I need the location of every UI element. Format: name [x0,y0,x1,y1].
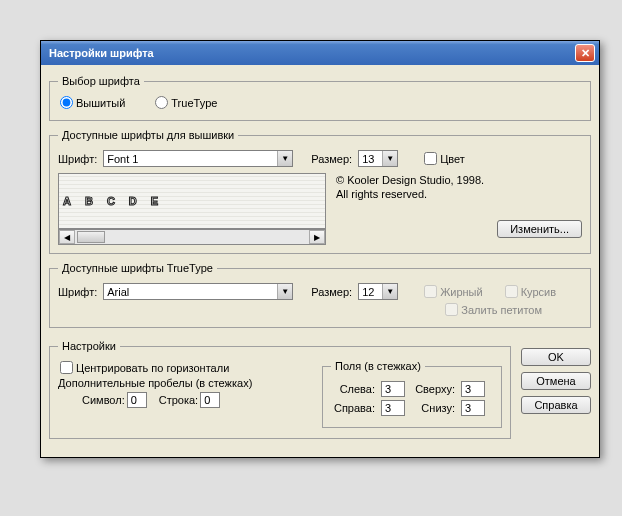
tt-size-label: Размер: [311,286,352,298]
font-label: Шрифт: [58,153,97,165]
margin-right-input[interactable]: 3 [381,400,405,416]
margin-top-label: Сверху: [411,383,455,395]
change-button[interactable]: Изменить... [497,220,582,238]
scroll-left-icon[interactable]: ◀ [59,230,75,244]
ok-button[interactable]: OK [521,348,591,366]
margin-bottom-label: Снизу: [411,402,455,414]
scroll-right-icon[interactable]: ▶ [309,230,325,244]
radio-stitched[interactable]: Вышитый [58,96,125,109]
tt-font-value: Arial [104,285,277,299]
help-button[interactable]: Справка [521,396,591,414]
center-h-checkbox[interactable]: Центрировать по горизонтали [58,361,229,374]
cancel-button[interactable]: Отмена [521,372,591,390]
margins-legend: Поля (в стежках) [331,360,425,372]
preview-glyph: D [129,195,143,207]
line-input[interactable]: 0 [200,392,220,408]
font-settings-dialog: Настройки шрифта ✕ Выбор шрифта Вышитый … [40,40,600,458]
symbol-input[interactable]: 0 [127,392,147,408]
font-preview: A B C D E ◀ ▶ [58,173,326,245]
radio-stitched-input[interactable] [60,96,73,109]
preview-glyph: B [85,195,99,207]
preview-glyph: C [107,195,121,207]
truetype-fonts-legend: Доступные шрифты TrueType [58,262,217,274]
margin-left-label: Слева: [331,383,375,395]
color-checkbox[interactable]: Цвет [422,152,465,165]
font-choice-legend: Выбор шрифта [58,75,144,87]
dialog-buttons: OK Отмена Справка [521,348,591,447]
stitch-fonts-group: Доступные шрифты для вышивки Шрифт: Font… [49,129,591,254]
chevron-down-icon[interactable]: ▼ [382,151,397,166]
tt-size-dropdown[interactable]: 12 ▼ [358,283,398,300]
titlebar[interactable]: Настройки шрифта ✕ [41,41,599,65]
size-dropdown[interactable]: 13 ▼ [358,150,398,167]
scroll-thumb[interactable] [77,231,105,243]
chevron-down-icon[interactable]: ▼ [382,284,397,299]
tt-font-label: Шрифт: [58,286,97,298]
truetype-fonts-group: Доступные шрифты TrueType Шрифт: Arial ▼… [49,262,591,328]
margins-group: Поля (в стежках) Слева: 3 Сверху: 3 Спра… [322,360,502,428]
margin-bottom-input[interactable]: 3 [461,400,485,416]
close-icon: ✕ [581,47,590,60]
color-checkbox-input[interactable] [424,152,437,165]
center-h-input[interactable] [60,361,73,374]
italic-checkbox-input [505,285,518,298]
copyright-line1: © Kooler Design Studio, 1998. [336,173,582,187]
margin-top-input[interactable]: 3 [461,381,485,397]
petit-checkbox: Залить петитом [443,303,542,316]
tt-font-dropdown[interactable]: Arial ▼ [103,283,293,300]
radio-truetype-input[interactable] [155,96,168,109]
tt-size-value: 12 [359,285,382,299]
window-title: Настройки шрифта [49,47,154,59]
line-label: Строка: [159,394,198,406]
chevron-down-icon[interactable]: ▼ [277,284,292,299]
close-button[interactable]: ✕ [575,44,595,62]
font-dropdown[interactable]: Font 1 ▼ [103,150,293,167]
copyright-line2: All rights reserved. [336,187,582,201]
bold-checkbox-input [424,285,437,298]
bold-checkbox: Жирный [422,285,483,298]
settings-legend: Настройки [58,340,120,352]
size-dropdown-value: 13 [359,152,382,166]
preview-glyph: E [151,195,164,207]
italic-checkbox: Курсив [503,285,556,298]
preview-scrollbar[interactable]: ◀ ▶ [58,229,326,245]
margin-right-label: Справа: [331,402,375,414]
settings-group: Настройки Центрировать по горизонтали До… [49,340,511,439]
petit-checkbox-input [445,303,458,316]
chevron-down-icon[interactable]: ▼ [277,151,292,166]
symbol-label: Символ: [82,394,125,406]
radio-truetype[interactable]: TrueType [153,96,217,109]
margin-left-input[interactable]: 3 [381,381,405,397]
font-dropdown-value: Font 1 [104,152,277,166]
preview-glyph: A [63,195,77,207]
size-label: Размер: [311,153,352,165]
stitch-fonts-legend: Доступные шрифты для вышивки [58,129,238,141]
extra-spaces-label: Дополнительные пробелы (в стежках) [58,377,252,389]
font-choice-group: Выбор шрифта Вышитый TrueType [49,75,591,121]
